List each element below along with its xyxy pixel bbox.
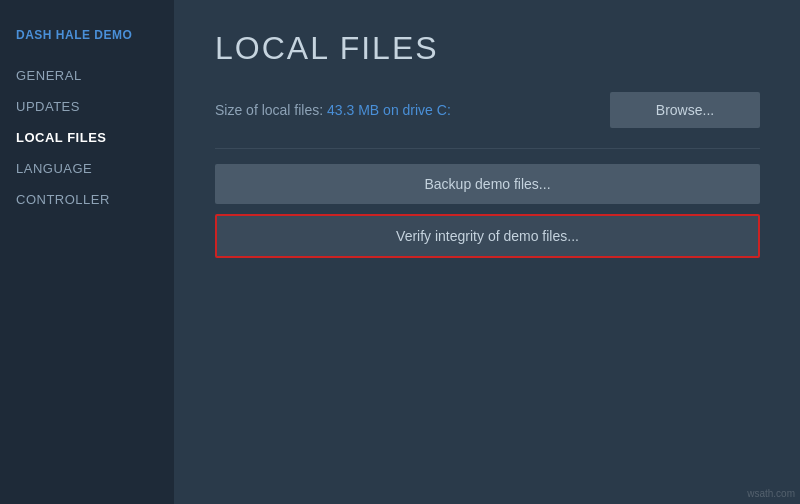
backup-button[interactable]: Backup demo files... [215,164,760,204]
sidebar: DASH HALE DEMO GENERAL UPDATES LOCAL FIL… [0,0,175,504]
browse-button[interactable]: Browse... [610,92,760,128]
file-info-row: Size of local files: 43.3 MB on drive C:… [215,92,760,128]
file-size-label: Size of local files: 43.3 MB on drive C: [215,102,451,118]
sidebar-app-title[interactable]: DASH HALE DEMO [0,20,174,50]
page-title: LOCAL FILES [215,30,760,67]
file-size-value: 43.3 MB on drive C: [327,102,451,118]
sidebar-item-language[interactable]: LANGUAGE [0,153,174,184]
sidebar-item-general[interactable]: GENERAL [0,60,174,91]
main-content: LOCAL FILES Size of local files: 43.3 MB… [175,0,800,504]
sidebar-item-updates[interactable]: UPDATES [0,91,174,122]
app-container: DASH HALE DEMO GENERAL UPDATES LOCAL FIL… [0,0,800,504]
divider [215,148,760,149]
sidebar-item-controller[interactable]: CONTROLLER [0,184,174,215]
sidebar-item-local-files[interactable]: LOCAL FILES [0,122,174,153]
verify-integrity-button[interactable]: Verify integrity of demo files... [215,214,760,258]
